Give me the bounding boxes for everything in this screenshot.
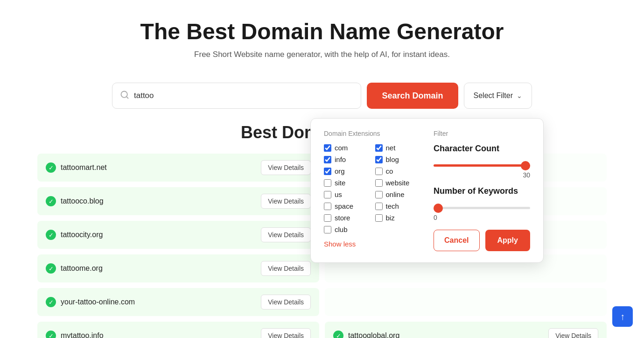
filter-column: Filter Character Count 30 Number of Keyw… bbox=[434, 130, 530, 251]
domain-item-tattooco-blog-left: ✓ tattooco.blog View Details bbox=[37, 187, 319, 215]
available-icon: ✓ bbox=[46, 263, 56, 274]
ext-checkbox-co[interactable] bbox=[375, 168, 383, 175]
ext-checkbox-space[interactable] bbox=[324, 203, 331, 210]
ext-item-blog[interactable]: blog bbox=[375, 155, 421, 163]
view-details-button[interactable]: View Details bbox=[261, 227, 311, 242]
ext-checkbox-biz[interactable] bbox=[375, 214, 383, 222]
character-count-slider[interactable] bbox=[434, 164, 530, 167]
search-input[interactable] bbox=[134, 91, 353, 100]
ext-item-org[interactable]: org bbox=[324, 167, 370, 175]
search-icon bbox=[120, 90, 129, 102]
ext-item-tech[interactable]: tech bbox=[375, 202, 421, 210]
domain-left: ✓ tattooco.blog bbox=[46, 196, 104, 206]
available-icon: ✓ bbox=[46, 196, 56, 206]
apply-button[interactable]: Apply bbox=[485, 230, 531, 251]
domain-left: ✓ your-tattoo-online.com bbox=[46, 297, 135, 307]
keywords-count-slider-container bbox=[434, 203, 530, 211]
arrow-up-icon: ↑ bbox=[620, 311, 625, 322]
ext-item-site[interactable]: site bbox=[324, 179, 370, 187]
ext-checkbox-store[interactable] bbox=[324, 214, 331, 222]
domain-name: your-tattoo-online.com bbox=[61, 298, 135, 306]
domain-item-tattooglobal-org: ✓ tattooglobal.org View Details bbox=[325, 322, 607, 338]
ext-checkbox-us[interactable] bbox=[324, 191, 331, 198]
view-details-button[interactable]: View Details bbox=[548, 328, 598, 338]
available-icon: ✓ bbox=[333, 331, 343, 338]
extensions-grid: com net info blog bbox=[324, 144, 420, 233]
available-icon: ✓ bbox=[46, 162, 56, 173]
view-details-button[interactable]: View Details bbox=[261, 261, 311, 276]
ext-item-space[interactable]: space bbox=[324, 202, 370, 210]
ext-item-club[interactable]: club bbox=[324, 225, 370, 233]
ext-item-store[interactable]: store bbox=[324, 214, 370, 222]
view-details-button[interactable]: View Details bbox=[261, 328, 311, 338]
panel-actions: Cancel Apply bbox=[434, 230, 530, 251]
ext-checkbox-club[interactable] bbox=[324, 226, 331, 233]
chevron-down-icon: ⌄ bbox=[517, 92, 522, 99]
domain-item-placeholder5 bbox=[325, 288, 607, 316]
scroll-to-top-button[interactable]: ↑ bbox=[612, 306, 633, 327]
domain-item-mytattoo-info: ✓ mytattoo.info View Details bbox=[37, 322, 319, 338]
available-icon: ✓ bbox=[46, 297, 56, 307]
domain-item-tattoome-org: ✓ tattoome.org View Details bbox=[37, 254, 319, 282]
domain-name: tattoomart.net bbox=[61, 163, 107, 172]
page-subtitle: Free Short Website name generator, with … bbox=[9, 50, 635, 59]
ext-item-website[interactable]: website bbox=[375, 179, 421, 187]
domain-left: ✓ tattoome.org bbox=[46, 263, 103, 274]
character-count-value: 30 bbox=[434, 171, 530, 179]
search-input-wrapper bbox=[112, 83, 361, 109]
show-less-link[interactable]: Show less bbox=[324, 240, 356, 248]
extensions-column: Domain Extensions com net info bbox=[324, 130, 420, 251]
filter-panel: Domain Extensions com net info bbox=[310, 118, 544, 263]
filter-label: Filter bbox=[434, 130, 530, 137]
ext-item-co[interactable]: co bbox=[375, 167, 421, 175]
ext-item-biz[interactable]: biz bbox=[375, 214, 421, 222]
search-bar-container: Search Domain Select Filter ⌄ Domain Ext… bbox=[112, 83, 532, 109]
ext-checkbox-website[interactable] bbox=[375, 179, 383, 187]
filter-button-label: Select Filter bbox=[474, 92, 513, 100]
svg-line-1 bbox=[126, 96, 128, 98]
search-domain-button[interactable]: Search Domain bbox=[367, 83, 458, 109]
view-details-button[interactable]: View Details bbox=[261, 194, 311, 209]
domain-name: tattooco.blog bbox=[61, 197, 104, 205]
ext-checkbox-blog[interactable] bbox=[375, 156, 383, 163]
page-title: The Best Domain Name Generator bbox=[9, 19, 635, 44]
ext-item-info[interactable]: info bbox=[324, 155, 370, 163]
ext-item-com[interactable]: com bbox=[324, 144, 370, 152]
ext-checkbox-net[interactable] bbox=[375, 144, 383, 152]
keywords-count-slider[interactable] bbox=[434, 207, 530, 209]
select-filter-button[interactable]: Select Filter ⌄ bbox=[464, 83, 532, 109]
domain-item-your-tattoo-online: ✓ your-tattoo-online.com View Details bbox=[37, 288, 319, 316]
ext-item-us[interactable]: us bbox=[324, 190, 370, 198]
view-details-button[interactable]: View Details bbox=[261, 160, 311, 175]
keywords-count-value: 0 bbox=[434, 214, 530, 221]
domain-left: ✓ tattooglobal.org bbox=[333, 331, 399, 338]
available-icon: ✓ bbox=[46, 230, 56, 240]
cancel-button[interactable]: Cancel bbox=[434, 230, 480, 251]
domain-item-tattoocity-org: ✓ tattoocity.org View Details bbox=[37, 221, 319, 249]
ext-checkbox-org[interactable] bbox=[324, 168, 331, 175]
page-header: The Best Domain Name Generator Free Shor… bbox=[0, 0, 644, 69]
domain-left: ✓ tattoomart.net bbox=[46, 162, 107, 173]
ext-checkbox-online[interactable] bbox=[375, 191, 383, 198]
domain-left: ✓ mytattoo.info bbox=[46, 331, 104, 338]
character-count-title: Character Count bbox=[434, 144, 530, 154]
ext-item-net[interactable]: net bbox=[375, 144, 421, 152]
available-icon: ✓ bbox=[46, 331, 56, 338]
domain-item-tattoomart-net: ✓ tattoomart.net View Details bbox=[37, 154, 319, 182]
view-details-button[interactable]: View Details bbox=[261, 295, 311, 310]
ext-checkbox-tech[interactable] bbox=[375, 203, 383, 210]
character-count-slider-container bbox=[434, 160, 530, 169]
extensions-label: Domain Extensions bbox=[324, 130, 420, 137]
domain-name: tattoocity.org bbox=[61, 231, 103, 239]
keywords-count-title: Number of Keywords bbox=[434, 186, 530, 196]
domain-name: tattooglobal.org bbox=[348, 331, 399, 338]
domain-left: ✓ tattoocity.org bbox=[46, 230, 103, 240]
ext-checkbox-info[interactable] bbox=[324, 156, 331, 163]
ext-checkbox-site[interactable] bbox=[324, 179, 331, 187]
domain-name: mytattoo.info bbox=[61, 331, 104, 338]
domain-name: tattoome.org bbox=[61, 264, 103, 273]
ext-item-online[interactable]: online bbox=[375, 190, 421, 198]
ext-checkbox-com[interactable] bbox=[324, 144, 331, 152]
